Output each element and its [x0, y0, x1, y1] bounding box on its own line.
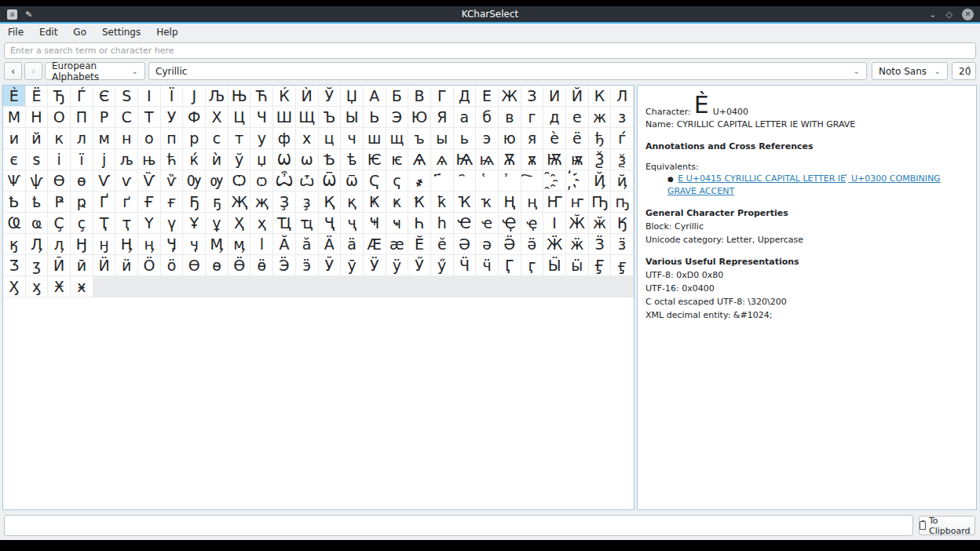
char-cell[interactable]: ъ [408, 128, 431, 149]
char-cell[interactable]: ҕ [206, 192, 229, 213]
char-cell[interactable]: н [115, 128, 138, 149]
char-cell[interactable]: Ӳ [408, 255, 431, 276]
char-cell[interactable]: є [3, 149, 26, 170]
char-cell[interactable]: ӊ [138, 234, 161, 255]
char-cell[interactable]: Ӟ [589, 234, 612, 255]
char-cell[interactable]: ф [273, 128, 296, 149]
char-cell[interactable]: ѳ [71, 170, 93, 192]
char-cell[interactable]: ѹ [206, 170, 229, 192]
char-cell[interactable]: Ћ [250, 86, 273, 107]
char-cell[interactable]: с [206, 128, 229, 149]
char-cell[interactable]: Ӎ [206, 234, 229, 255]
char-cell[interactable]: Х [206, 107, 229, 128]
char-cell[interactable]: ҄ [454, 170, 477, 192]
char-cell[interactable]: Њ [229, 86, 251, 107]
search-input[interactable] [4, 42, 976, 59]
char-cell[interactable]: ӑ [296, 234, 319, 255]
char-cell[interactable]: Ӡ [3, 255, 26, 276]
char-cell[interactable]: Ҿ [499, 213, 521, 234]
char-cell[interactable] [589, 276, 612, 297]
char-cell[interactable]: Ӛ [499, 234, 521, 255]
char-cell[interactable] [183, 276, 206, 297]
char-cell[interactable]: ұ [206, 213, 229, 234]
char-cell[interactable]: Ҧ [589, 192, 612, 213]
char-cell[interactable]: ӻ [611, 255, 634, 276]
char-cell[interactable]: ѕ [26, 149, 49, 170]
char-cell[interactable] [138, 276, 161, 297]
char-cell[interactable]: К [589, 86, 612, 107]
char-cell[interactable]: з [611, 107, 634, 128]
char-cell[interactable]: Ө [183, 255, 206, 276]
char-cell[interactable]: ӕ [386, 234, 409, 255]
char-cell[interactable]: ғ [161, 192, 184, 213]
char-cell[interactable]: ҧ [611, 192, 634, 213]
char-cell[interactable]: в [499, 107, 521, 128]
char-cell[interactable] [611, 276, 634, 297]
char-cell[interactable]: л [71, 128, 93, 149]
char-cell[interactable]: Щ [296, 107, 319, 128]
char-cell[interactable]: Ӵ [454, 255, 477, 276]
char-cell[interactable]: У [161, 107, 184, 128]
char-cell[interactable]: ҈ [543, 170, 566, 192]
char-cell[interactable]: С [115, 107, 138, 128]
char-cell[interactable]: у [250, 128, 273, 149]
char-cell[interactable]: Ҕ [183, 192, 206, 213]
char-cell[interactable]: ә [476, 234, 499, 255]
char-cell[interactable]: ҋ [611, 170, 634, 192]
char-cell[interactable]: Ӽ [3, 276, 26, 297]
char-cell[interactable]: Ҵ [273, 213, 296, 234]
char-cell[interactable]: ө [206, 255, 229, 276]
char-cell[interactable]: ӳ [431, 255, 454, 276]
char-cell[interactable]: ҏ [71, 192, 93, 213]
char-cell[interactable]: ѵ [115, 170, 138, 192]
char-cell[interactable]: П [71, 107, 93, 128]
char-cell[interactable]: і [48, 149, 71, 170]
char-cell[interactable]: Ѽ [273, 170, 296, 192]
char-cell[interactable]: З [521, 86, 544, 107]
char-cell[interactable]: В [408, 86, 431, 107]
char-cell[interactable]: ҷ [341, 213, 364, 234]
char-cell[interactable]: и [3, 128, 26, 149]
char-cell[interactable]: Ч [250, 107, 273, 128]
char-cell[interactable]: ш [364, 128, 386, 149]
back-button[interactable]: ‹ [4, 62, 22, 80]
char-cell[interactable]: Ќ [273, 86, 296, 107]
char-cell[interactable]: ѥ [386, 149, 409, 170]
char-cell[interactable]: Й [566, 86, 589, 107]
char-cell[interactable]: ӌ [183, 234, 206, 255]
char-cell[interactable]: ы [431, 128, 454, 149]
char-cell[interactable]: ч [341, 128, 364, 149]
char-cell[interactable]: Ѝ [296, 86, 319, 107]
char-cell[interactable]: љ [115, 149, 138, 170]
char-cell[interactable]: к [48, 128, 71, 149]
char-cell[interactable]: Ӑ [273, 234, 296, 255]
char-cell[interactable]: ѻ [250, 170, 273, 192]
char-cell[interactable] [454, 276, 477, 297]
char-cell[interactable]: ӝ [566, 234, 589, 255]
char-cell[interactable]: ӫ [250, 255, 273, 276]
char-cell[interactable] [296, 276, 319, 297]
char-cell[interactable]: Ӹ [543, 255, 566, 276]
char-cell[interactable]: Ӆ [26, 234, 49, 255]
char-cell[interactable]: ҹ [386, 213, 409, 234]
char-cell[interactable]: Ѩ [454, 149, 477, 170]
char-cell[interactable]: Ӷ [499, 255, 521, 276]
char-cell[interactable]: ѡ [296, 149, 319, 170]
char-cell[interactable]: Ю [408, 107, 431, 128]
char-cell[interactable]: ж [589, 107, 612, 128]
char-cell[interactable]: г [521, 107, 544, 128]
char-cell[interactable]: Ҩ [3, 213, 26, 234]
char-cell[interactable] [319, 276, 342, 297]
char-cell[interactable]: Ӊ [115, 234, 138, 255]
char-cell[interactable]: Ӿ [48, 276, 71, 297]
char-cell[interactable]: Ѓ [71, 86, 93, 107]
char-cell[interactable]: Ҥ [543, 192, 566, 213]
char-cell[interactable]: Һ [408, 213, 431, 234]
char-cell[interactable]: Ґ [93, 192, 116, 213]
char-cell[interactable]: Ӣ [48, 255, 71, 276]
char-cell[interactable] [93, 276, 116, 297]
char-cell[interactable]: щ [386, 128, 409, 149]
font-select[interactable]: Noto Sans ⌄ [872, 62, 948, 80]
char-cell[interactable]: ҟ [431, 192, 454, 213]
char-cell[interactable]: м [93, 128, 116, 149]
